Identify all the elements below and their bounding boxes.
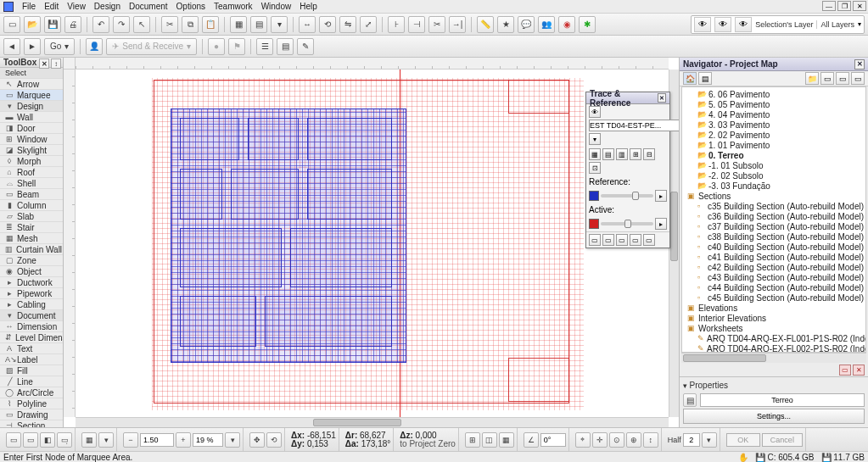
- undo-icon[interactable]: ↶: [92, 16, 109, 33]
- redo-icon[interactable]: ↷: [113, 16, 130, 33]
- menu-view[interactable]: View: [67, 2, 86, 11]
- window-restore[interactable]: ❐: [837, 1, 851, 11]
- trace-ref-slider[interactable]: [601, 194, 653, 198]
- angle-snap-icon[interactable]: ∠: [524, 432, 539, 448]
- tool-slab[interactable]: ▱Slab: [0, 211, 63, 222]
- tool-object[interactable]: ◉Object: [0, 266, 63, 277]
- nav-back-icon[interactable]: ◄: [3, 38, 20, 55]
- nav-fwd-icon[interactable]: ►: [24, 38, 41, 55]
- nav-opt1-icon[interactable]: ▭: [820, 72, 834, 85]
- view-plan-icon[interactable]: ▤: [250, 16, 267, 33]
- tool-beam[interactable]: ▭Beam: [0, 189, 63, 200]
- cursor-icon[interactable]: ↖: [133, 16, 150, 33]
- tool-wall[interactable]: ▬Wall: [0, 112, 63, 123]
- guide5-icon[interactable]: ↕: [643, 432, 658, 448]
- tool-trim-icon[interactable]: ✂: [428, 16, 445, 33]
- tree-item[interactable]: ▣Interior Elevations: [682, 313, 865, 323]
- tool-drawing[interactable]: ▭Drawing: [0, 409, 63, 420]
- trace-opt3-icon[interactable]: ▥: [616, 148, 628, 160]
- toolbox-design-header[interactable]: ▾Design: [0, 101, 63, 112]
- trace-active-slider[interactable]: [601, 222, 653, 225]
- guide2-icon[interactable]: ✛: [592, 432, 608, 448]
- layer-dropdown-icon[interactable]: ▾: [858, 20, 861, 28]
- flag-icon[interactable]: ⚑: [228, 38, 245, 55]
- trace-reference-palette[interactable]: Trace & Reference ✕ 👁 ▾ ▦ ▤ ▥ ⊞ ⊟ ⊡ Refe…: [585, 92, 670, 248]
- tool-column[interactable]: ▮Column: [0, 200, 63, 211]
- view-dropdown-icon[interactable]: ▾: [271, 16, 288, 33]
- tool-stair[interactable]: ≣Stair: [0, 222, 63, 233]
- tool-skylight[interactable]: ◪Skylight: [0, 145, 63, 156]
- tool-window[interactable]: ⊞Window: [0, 134, 63, 145]
- tool-measure-icon[interactable]: 📏: [477, 16, 494, 33]
- guide4-icon[interactable]: ⊕: [626, 432, 641, 448]
- tree-item[interactable]: ▫c45 Building Section (Auto-rebuild Mode…: [682, 292, 865, 303]
- tool-teamwork-icon[interactable]: 👥: [538, 16, 555, 33]
- toolbox-close-icon[interactable]: ✕: [39, 58, 49, 69]
- tree-item[interactable]: 📂-1. 01 Subsolo: [682, 160, 865, 170]
- tool-settings-icon[interactable]: ✱: [579, 16, 596, 33]
- tool-bim-icon[interactable]: ◉: [558, 16, 575, 33]
- cut-icon[interactable]: ✂: [161, 16, 178, 33]
- nav-tab-viewmap-icon[interactable]: ▤: [698, 72, 712, 85]
- nav-opt2-icon[interactable]: ▭: [836, 72, 849, 85]
- half-menu-icon[interactable]: ▾: [702, 432, 717, 448]
- grid-snap2-icon[interactable]: ◫: [482, 432, 497, 448]
- toolbox-pin-icon[interactable]: ↕: [51, 58, 61, 69]
- tool-ductwork[interactable]: ▸Ductwork: [0, 277, 63, 288]
- trace-toggle-icon[interactable]: 👁: [589, 106, 601, 118]
- trace-toggle3-icon[interactable]: 👁: [735, 17, 752, 32]
- nav-tab-projectmap-icon[interactable]: 🏠: [683, 72, 697, 85]
- trace-b2-icon[interactable]: ▭: [602, 234, 614, 246]
- tool-fill[interactable]: ▨Fill: [0, 365, 63, 376]
- tree-item[interactable]: ▫c41 Building Section (Auto-rebuild Mode…: [682, 252, 865, 262]
- tree-item[interactable]: ▣Worksheets: [682, 323, 865, 333]
- grid-snap3-icon[interactable]: ▦: [499, 432, 514, 448]
- trace-ref-dropdown-icon[interactable]: ▾: [589, 133, 601, 145]
- tool-stretch-icon[interactable]: ⤢: [360, 16, 377, 33]
- paste-icon[interactable]: 📋: [202, 16, 219, 33]
- tree-item[interactable]: ▫c40 Building Section (Auto-rebuild Mode…: [682, 242, 865, 252]
- tool-pipework[interactable]: ▸Pipework: [0, 288, 63, 299]
- trace-active-more-icon[interactable]: ▸: [655, 218, 667, 230]
- tool-mesh[interactable]: ▦Mesh: [0, 233, 63, 244]
- drawing-area[interactable]: [76, 70, 669, 417]
- tool-roof[interactable]: ⌂Roof: [0, 167, 63, 178]
- tool-cabling[interactable]: ▸Cabling: [0, 299, 63, 310]
- tool-morph[interactable]: ◊Morph: [0, 156, 63, 167]
- tree-item[interactable]: 📂3. 03 Pavimento: [682, 120, 865, 130]
- menu-help[interactable]: Help: [300, 2, 317, 11]
- save-icon[interactable]: 💾: [44, 16, 61, 33]
- tool-curtainwall[interactable]: ▥Curtain Wall: [0, 244, 63, 255]
- tool-favorite-icon[interactable]: ★: [497, 16, 514, 33]
- tool-arc[interactable]: ◯Arc/Circle: [0, 387, 63, 398]
- guide1-icon[interactable]: ⌖: [575, 432, 591, 448]
- tree-item[interactable]: ✎ARQ TD04-ARQ-EX-FL002-P1S-R02 (Independ…: [682, 343, 865, 353]
- canvas-scrollbar-horizontal[interactable]: [76, 417, 669, 427]
- trace-palette-titlebar[interactable]: Trace & Reference ✕: [586, 92, 669, 104]
- user-icon[interactable]: 👤: [86, 38, 103, 55]
- window-close[interactable]: ✕: [853, 1, 866, 11]
- tool-zone[interactable]: ▢Zone: [0, 255, 63, 266]
- infobox-marquee-icon[interactable]: ▭: [6, 432, 21, 448]
- edit-icon[interactable]: ✎: [297, 38, 314, 55]
- trace-opt2-icon[interactable]: ▤: [602, 148, 614, 160]
- navigator-tree[interactable]: 📂6. 06 Pavimento📂5. 05 Pavimento📂4. 04 P…: [681, 86, 866, 353]
- ruler-horizontal[interactable]: [76, 58, 669, 70]
- tree-item[interactable]: ✎ARQ TD04-ARQ-EX-FL001-P1S-R02 (Independ…: [682, 333, 865, 343]
- grid-snap1-icon[interactable]: ⊞: [465, 432, 480, 448]
- trace-opt6-icon[interactable]: ⊡: [589, 162, 601, 174]
- tool-door[interactable]: ◨Door: [0, 123, 63, 134]
- tool-text[interactable]: AText: [0, 343, 63, 354]
- tree-item[interactable]: 📂0. Terreo: [682, 150, 865, 160]
- trace-toggle2-icon[interactable]: 👁: [714, 17, 731, 32]
- navigator-header[interactable]: Navigator - Project Map ✕: [680, 58, 868, 71]
- open-icon[interactable]: 📂: [24, 16, 41, 33]
- zoom-pct[interactable]: 19 %: [193, 433, 223, 447]
- tool-polyline[interactable]: ⌇Polyline: [0, 398, 63, 409]
- menu-document[interactable]: Document: [129, 2, 168, 11]
- tool-marquee[interactable]: ▭Marquee: [0, 90, 63, 101]
- navigator-panel-close-icon[interactable]: ✕: [853, 365, 865, 376]
- tree-item[interactable]: 📂1. 01 Pavimento: [682, 140, 865, 150]
- properties-story-icon[interactable]: ▤: [683, 393, 697, 407]
- print-icon[interactable]: 🖨: [64, 16, 81, 33]
